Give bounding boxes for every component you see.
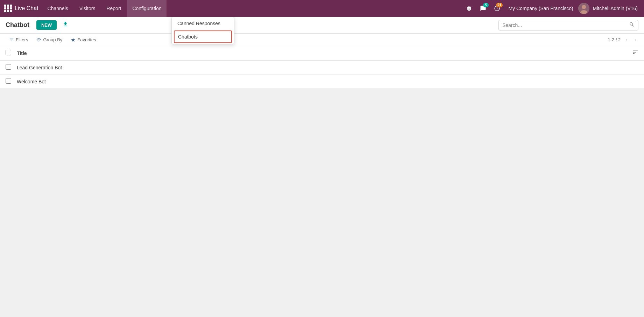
subheader: Chatbot NEW — [0, 17, 644, 34]
dropdown-item-chatbots[interactable]: Chatbots — [174, 30, 232, 43]
pagination-next[interactable]: › — [632, 36, 638, 44]
configuration-dropdown: Canned Responses Chatbots — [171, 17, 234, 44]
page-title: Chatbot — [6, 21, 29, 29]
table-row[interactable]: Welcome Bot — [0, 75, 644, 89]
top-navbar: Live Chat Channels Visitors Report Confi… — [0, 0, 644, 17]
main-wrapper: Chatbot NEW Filters Group By Favorites 1… — [0, 17, 644, 317]
group-by-button[interactable]: Group By — [33, 36, 66, 44]
nav-item-channels[interactable]: Channels — [43, 0, 73, 17]
bug-icon-button[interactable] — [463, 2, 475, 15]
table-header: Title — [0, 46, 644, 61]
new-button[interactable]: NEW — [36, 20, 57, 30]
app-brand[interactable]: Live Chat — [4, 5, 38, 12]
filter-bar: Filters Group By Favorites 1-2 / 2 ‹ › — [0, 34, 644, 46]
chat-badge: 5 — [483, 3, 489, 7]
chat-icon-button[interactable]: 5 — [477, 2, 489, 15]
clock-icon-button[interactable]: 21 — [491, 2, 503, 15]
row-checkbox-2[interactable] — [6, 78, 17, 85]
favorites-button[interactable]: Favorites — [67, 36, 99, 44]
row-title-1: Lead Generation Bot — [17, 65, 62, 70]
dropdown-item-canned-responses[interactable]: Canned Responses — [172, 17, 234, 30]
user-avatar[interactable] — [578, 3, 589, 14]
search-input[interactable] — [502, 22, 629, 28]
user-name[interactable]: Mitchell Admin (V16) — [591, 6, 640, 11]
clock-badge: 21 — [496, 3, 503, 7]
col-title-header: Title — [17, 50, 27, 56]
pagination-prev[interactable]: ‹ — [623, 36, 629, 44]
select-all-checkbox[interactable] — [6, 50, 11, 55]
navbar-right: 5 21 My Company (San Francisco) Mitchell… — [463, 2, 640, 15]
table-row[interactable]: Lead Generation Bot — [0, 61, 644, 75]
company-name[interactable]: My Company (San Francisco) — [505, 6, 576, 11]
row-checkbox-1[interactable] — [6, 64, 17, 71]
select-all-checkbox-container[interactable] — [6, 50, 17, 56]
nav-item-configuration[interactable]: Configuration — [127, 0, 166, 17]
empty-content-area — [0, 89, 644, 317]
import-button[interactable] — [59, 20, 71, 30]
search-bar — [498, 20, 638, 30]
pagination: 1-2 / 2 ‹ › — [608, 36, 638, 44]
row-title-2: Welcome Bot — [17, 79, 46, 84]
filters-button[interactable]: Filters — [6, 36, 31, 44]
svg-point-1 — [582, 5, 586, 9]
brand-name: Live Chat — [15, 5, 38, 12]
nav-item-visitors[interactable]: Visitors — [75, 0, 100, 17]
nav-item-report[interactable]: Report — [101, 0, 126, 17]
app-grid-icon[interactable] — [4, 5, 12, 12]
column-settings-icon[interactable] — [632, 49, 638, 57]
search-icon[interactable] — [629, 22, 635, 29]
